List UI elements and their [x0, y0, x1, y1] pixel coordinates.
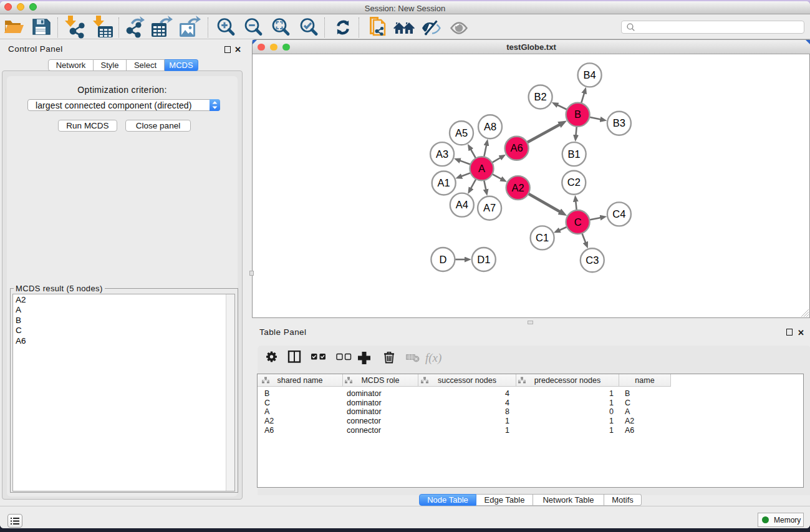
svg-text:C2: C2: [567, 177, 581, 188]
svg-text:B4: B4: [584, 69, 596, 80]
svg-text:B3: B3: [613, 117, 625, 128]
svg-text:D1: D1: [477, 254, 490, 265]
svg-text:B: B: [574, 109, 581, 120]
svg-text:C1: C1: [536, 232, 549, 243]
svg-text:C: C: [574, 216, 582, 228]
svg-text:f(x): f(x): [425, 351, 441, 365]
svg-text:A3: A3: [436, 148, 448, 160]
svg-text:A6: A6: [511, 142, 523, 153]
svg-text:A8: A8: [484, 121, 496, 132]
svg-text:D: D: [439, 254, 446, 265]
svg-text:B1: B1: [568, 148, 581, 160]
svg-text:A: A: [478, 163, 485, 174]
svg-text:B2: B2: [534, 91, 547, 102]
svg-text:A1: A1: [438, 177, 450, 188]
svg-text:C4: C4: [612, 208, 625, 220]
svg-text:A4: A4: [456, 199, 468, 210]
svg-text:A7: A7: [483, 202, 496, 213]
svg-text:C3: C3: [586, 254, 599, 266]
svg-text:A2: A2: [512, 182, 524, 193]
svg-text:A5: A5: [455, 127, 468, 138]
